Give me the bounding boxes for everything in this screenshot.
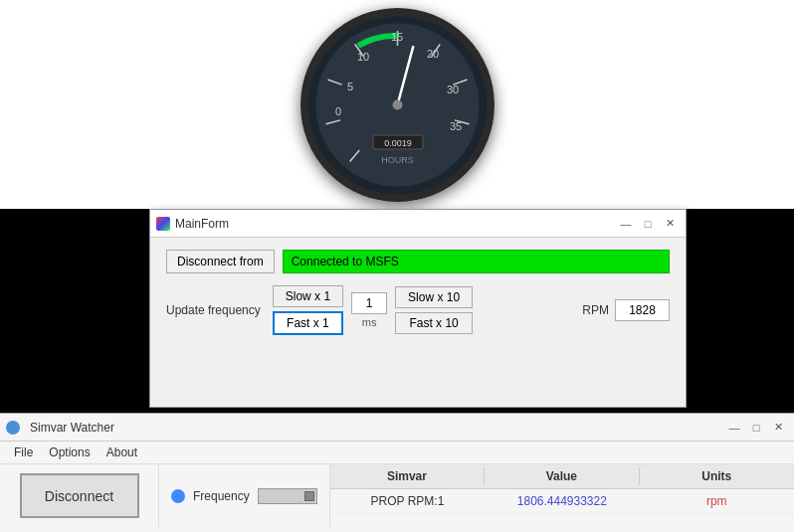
- black-panel-left: [0, 209, 149, 413]
- blue-indicator: [171, 489, 185, 503]
- col-value: Value: [485, 467, 639, 485]
- mainform-content: Disconnect from Connected to MSFS Update…: [150, 238, 686, 347]
- simvar-name: PROP RPM:1: [330, 491, 485, 511]
- menu-options[interactable]: Options: [41, 443, 98, 461]
- disconnect-panel: Disconnect: [0, 464, 159, 527]
- mainform-titlebar: MainForm — □ ✕: [150, 210, 686, 238]
- frequency-row: Update frequency Slow x 1 Fast x 1 ms Sl…: [166, 285, 670, 335]
- titlebar-left: MainForm: [156, 217, 229, 231]
- connection-row: Disconnect from Connected to MSFS: [166, 250, 670, 273]
- main-form-window: MainForm — □ ✕ Disconnect from Connected…: [149, 209, 687, 408]
- frequency-panel-label: Frequency: [193, 489, 250, 503]
- svg-text:0: 0: [334, 105, 340, 117]
- rpm-value-input[interactable]: [615, 299, 670, 321]
- frequency-panel: Frequency: [159, 464, 330, 527]
- col-units: Units: [640, 467, 794, 485]
- simvar-controls: — □ ✕: [724, 419, 788, 437]
- table-row: PROP RPM:1 1806.444933322 rpm: [330, 489, 794, 514]
- frequency-slider[interactable]: [258, 488, 317, 504]
- svg-text:HOURS: HOURS: [381, 155, 414, 165]
- frequency-label: Update frequency: [166, 303, 261, 317]
- freq-col-2: Slow x 10 Fast x 10: [395, 286, 473, 334]
- rpm-label: RPM: [582, 303, 609, 317]
- close-button[interactable]: ✕: [660, 215, 680, 233]
- fast-x10-button[interactable]: Fast x 10: [395, 312, 473, 334]
- simvar-minimize-button[interactable]: —: [724, 419, 744, 437]
- gauge-area: 5 0 10 15 20 30 35 HOURS 0.0019: [0, 0, 794, 209]
- menu-file[interactable]: File: [6, 443, 41, 461]
- freq-col-1: Slow x 1 Fast x 1: [273, 285, 343, 335]
- svg-text:20: 20: [426, 48, 438, 60]
- svg-text:5: 5: [346, 81, 352, 92]
- disconnect-button[interactable]: Disconnect: [20, 473, 139, 518]
- svg-text:15: 15: [390, 31, 402, 43]
- svg-point-11: [392, 99, 402, 109]
- svg-text:30: 30: [446, 84, 458, 95]
- ms-input-group: ms: [351, 292, 387, 328]
- ms-unit-label: ms: [362, 316, 377, 328]
- simvar-title: Simvar Watcher: [30, 421, 114, 435]
- table-header: Simvar Value Units: [330, 464, 794, 489]
- app-icon: [156, 217, 170, 231]
- simvar-table: Simvar Value Units PROP RPM:1 1806.44493…: [330, 464, 794, 527]
- simvar-watcher-window: Simvar Watcher — □ ✕ File Options About …: [0, 413, 794, 532]
- rpm-gauge: 5 0 10 15 20 30 35 HOURS 0.0019: [300, 8, 495, 202]
- svg-text:10: 10: [356, 51, 368, 63]
- slow-x10-button[interactable]: Slow x 10: [395, 286, 473, 308]
- black-panel-right: [687, 209, 794, 413]
- simvar-maximize-button[interactable]: □: [746, 419, 766, 437]
- svg-text:0.0019: 0.0019: [384, 138, 412, 148]
- disconnect-from-button[interactable]: Disconnect from: [166, 250, 275, 273]
- titlebar-controls: — □ ✕: [616, 215, 680, 233]
- connection-status: Connected to MSFS: [283, 250, 670, 273]
- col-simvar: Simvar: [330, 467, 485, 485]
- mainform-title: MainForm: [175, 217, 229, 231]
- simvar-body: Disconnect Frequency Simvar Value Units …: [0, 464, 794, 527]
- simvar-units: rpm: [640, 491, 794, 511]
- maximize-button[interactable]: □: [638, 215, 658, 233]
- fast-x1-button[interactable]: Fast x 1: [273, 311, 343, 335]
- simvar-menubar: File Options About: [0, 442, 794, 464]
- rpm-group: RPM: [582, 299, 670, 321]
- simvar-titlebar-left: Simvar Watcher: [6, 421, 114, 435]
- simvar-close-button[interactable]: ✕: [768, 419, 788, 437]
- slow-x1-button[interactable]: Slow x 1: [273, 285, 343, 307]
- ms-input[interactable]: [351, 292, 387, 314]
- simvar-value: 1806.444933322: [485, 491, 639, 511]
- svg-text:35: 35: [449, 120, 461, 132]
- simvar-titlebar: Simvar Watcher — □ ✕: [0, 414, 794, 442]
- menu-about[interactable]: About: [99, 443, 145, 461]
- minimize-button[interactable]: —: [616, 215, 636, 233]
- slider-thumb: [304, 491, 314, 501]
- simvar-icon: [6, 421, 20, 435]
- gauge-svg: 5 0 10 15 20 30 35 HOURS 0.0019: [308, 16, 487, 194]
